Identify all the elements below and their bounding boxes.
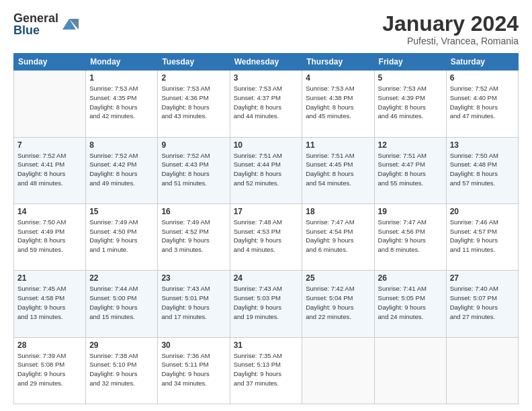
day-info: Sunrise: 7:48 AM Sunset: 4:53 PM Dayligh… — [234, 218, 299, 255]
calendar-cell: 7Sunrise: 7:52 AM Sunset: 4:41 PM Daylig… — [14, 137, 86, 203]
day-number: 19 — [378, 207, 443, 216]
day-number: 25 — [306, 273, 370, 283]
weekday-header-thursday: Thursday — [302, 54, 374, 71]
day-info: Sunrise: 7:36 AM Sunset: 5:11 PM Dayligh… — [161, 351, 226, 388]
day-info: Sunrise: 7:52 AM Sunset: 4:42 PM Dayligh… — [89, 151, 154, 188]
calendar-cell: 27Sunrise: 7:40 AM Sunset: 5:07 PM Dayli… — [446, 271, 518, 337]
calendar-cell: 13Sunrise: 7:50 AM Sunset: 4:48 PM Dayli… — [446, 137, 518, 203]
day-number: 10 — [234, 140, 299, 150]
calendar-cell: 25Sunrise: 7:42 AM Sunset: 5:04 PM Dayli… — [302, 271, 374, 337]
day-info: Sunrise: 7:53 AM Sunset: 4:38 PM Dayligh… — [306, 84, 370, 121]
calendar-cell: 15Sunrise: 7:49 AM Sunset: 4:50 PM Dayli… — [86, 203, 158, 270]
logo: General Blue — [13, 12, 79, 36]
weekday-header-friday: Friday — [374, 54, 446, 71]
day-number: 22 — [89, 273, 154, 283]
calendar-cell: 14Sunrise: 7:50 AM Sunset: 4:49 PM Dayli… — [14, 203, 86, 270]
calendar-cell — [302, 337, 374, 404]
day-number: 20 — [450, 207, 515, 216]
logo-icon — [60, 15, 79, 34]
day-number: 18 — [306, 207, 370, 216]
calendar-cell: 6Sunrise: 7:52 AM Sunset: 4:40 PM Daylig… — [446, 71, 518, 137]
day-info: Sunrise: 7:40 AM Sunset: 5:07 PM Dayligh… — [450, 284, 515, 321]
day-info: Sunrise: 7:45 AM Sunset: 4:58 PM Dayligh… — [17, 284, 82, 321]
day-number: 12 — [378, 140, 443, 150]
logo-general-text: General — [13, 12, 58, 24]
calendar-cell: 30Sunrise: 7:36 AM Sunset: 5:11 PM Dayli… — [158, 337, 230, 404]
day-info: Sunrise: 7:49 AM Sunset: 4:52 PM Dayligh… — [161, 218, 226, 255]
calendar-cell: 16Sunrise: 7:49 AM Sunset: 4:52 PM Dayli… — [158, 203, 230, 270]
calendar-cell: 19Sunrise: 7:47 AM Sunset: 4:56 PM Dayli… — [374, 203, 446, 270]
day-number: 24 — [234, 273, 299, 283]
calendar-cell: 26Sunrise: 7:41 AM Sunset: 5:05 PM Dayli… — [374, 271, 446, 337]
day-info: Sunrise: 7:53 AM Sunset: 4:35 PM Dayligh… — [89, 84, 154, 121]
calendar-cell: 24Sunrise: 7:43 AM Sunset: 5:03 PM Dayli… — [230, 271, 302, 337]
calendar-cell: 2Sunrise: 7:53 AM Sunset: 4:36 PM Daylig… — [158, 71, 230, 137]
calendar-table: SundayMondayTuesdayWednesdayThursdayFrid… — [13, 53, 519, 404]
calendar-cell: 18Sunrise: 7:47 AM Sunset: 4:54 PM Dayli… — [302, 203, 374, 270]
day-number: 21 — [17, 273, 82, 283]
title-block: January 2024 Pufesti, Vrancea, Romania — [382, 12, 519, 46]
day-info: Sunrise: 7:51 AM Sunset: 4:44 PM Dayligh… — [234, 151, 299, 188]
day-number: 13 — [450, 140, 515, 150]
day-info: Sunrise: 7:50 AM Sunset: 4:49 PM Dayligh… — [17, 218, 82, 255]
day-info: Sunrise: 7:46 AM Sunset: 4:57 PM Dayligh… — [450, 218, 515, 255]
day-number: 1 — [89, 73, 154, 83]
calendar-cell — [14, 71, 86, 137]
day-info: Sunrise: 7:43 AM Sunset: 5:03 PM Dayligh… — [234, 284, 299, 321]
calendar-cell — [446, 337, 518, 404]
calendar-cell: 1Sunrise: 7:53 AM Sunset: 4:35 PM Daylig… — [86, 71, 158, 137]
month-title: January 2024 — [382, 12, 519, 36]
day-info: Sunrise: 7:43 AM Sunset: 5:01 PM Dayligh… — [161, 284, 226, 321]
day-info: Sunrise: 7:53 AM Sunset: 4:39 PM Dayligh… — [378, 84, 443, 121]
day-info: Sunrise: 7:53 AM Sunset: 4:37 PM Dayligh… — [234, 84, 299, 121]
day-number: 7 — [17, 140, 82, 150]
day-info: Sunrise: 7:47 AM Sunset: 4:56 PM Dayligh… — [378, 218, 443, 255]
day-number: 31 — [234, 340, 299, 350]
day-number: 29 — [89, 340, 154, 350]
calendar-cell: 21Sunrise: 7:45 AM Sunset: 4:58 PM Dayli… — [14, 271, 86, 337]
day-number: 27 — [450, 273, 515, 283]
calendar-cell: 22Sunrise: 7:44 AM Sunset: 5:00 PM Dayli… — [86, 271, 158, 337]
day-info: Sunrise: 7:39 AM Sunset: 5:08 PM Dayligh… — [17, 351, 82, 388]
day-info: Sunrise: 7:52 AM Sunset: 4:43 PM Dayligh… — [161, 151, 226, 188]
calendar-cell: 4Sunrise: 7:53 AM Sunset: 4:38 PM Daylig… — [302, 71, 374, 137]
day-number: 26 — [378, 273, 443, 283]
weekday-header-sunday: Sunday — [14, 54, 86, 71]
day-number: 15 — [89, 207, 154, 216]
subtitle: Pufesti, Vrancea, Romania — [382, 36, 519, 46]
day-info: Sunrise: 7:53 AM Sunset: 4:36 PM Dayligh… — [161, 84, 226, 121]
calendar-cell: 20Sunrise: 7:46 AM Sunset: 4:57 PM Dayli… — [446, 203, 518, 270]
week-row-4: 28Sunrise: 7:39 AM Sunset: 5:08 PM Dayli… — [14, 337, 519, 404]
calendar-cell: 12Sunrise: 7:51 AM Sunset: 4:47 PM Dayli… — [374, 137, 446, 203]
calendar-cell: 10Sunrise: 7:51 AM Sunset: 4:44 PM Dayli… — [230, 137, 302, 203]
day-info: Sunrise: 7:44 AM Sunset: 5:00 PM Dayligh… — [89, 284, 154, 321]
day-number: 9 — [161, 140, 226, 150]
calendar-cell: 3Sunrise: 7:53 AM Sunset: 4:37 PM Daylig… — [230, 71, 302, 137]
header: General Blue January 2024 Pufesti, Vranc… — [13, 12, 519, 46]
day-info: Sunrise: 7:50 AM Sunset: 4:48 PM Dayligh… — [450, 151, 515, 188]
day-number: 16 — [161, 207, 226, 216]
day-number: 11 — [306, 140, 370, 150]
day-info: Sunrise: 7:47 AM Sunset: 4:54 PM Dayligh… — [306, 218, 370, 255]
day-number: 17 — [234, 207, 299, 216]
day-info: Sunrise: 7:41 AM Sunset: 5:05 PM Dayligh… — [378, 284, 443, 321]
calendar-cell: 11Sunrise: 7:51 AM Sunset: 4:45 PM Dayli… — [302, 137, 374, 203]
day-info: Sunrise: 7:38 AM Sunset: 5:10 PM Dayligh… — [89, 351, 154, 388]
day-info: Sunrise: 7:42 AM Sunset: 5:04 PM Dayligh… — [306, 284, 370, 321]
week-row-3: 21Sunrise: 7:45 AM Sunset: 4:58 PM Dayli… — [14, 271, 519, 337]
day-number: 28 — [17, 340, 82, 350]
week-row-1: 7Sunrise: 7:52 AM Sunset: 4:41 PM Daylig… — [14, 137, 519, 203]
calendar-cell: 23Sunrise: 7:43 AM Sunset: 5:01 PM Dayli… — [158, 271, 230, 337]
week-row-2: 14Sunrise: 7:50 AM Sunset: 4:49 PM Dayli… — [14, 203, 519, 270]
calendar-cell: 29Sunrise: 7:38 AM Sunset: 5:10 PM Dayli… — [86, 337, 158, 404]
calendar-cell: 28Sunrise: 7:39 AM Sunset: 5:08 PM Dayli… — [14, 337, 86, 404]
weekday-header-monday: Monday — [86, 54, 158, 71]
day-info: Sunrise: 7:49 AM Sunset: 4:50 PM Dayligh… — [89, 218, 154, 255]
calendar-cell: 17Sunrise: 7:48 AM Sunset: 4:53 PM Dayli… — [230, 203, 302, 270]
day-info: Sunrise: 7:51 AM Sunset: 4:47 PM Dayligh… — [378, 151, 443, 188]
calendar-cell: 9Sunrise: 7:52 AM Sunset: 4:43 PM Daylig… — [158, 137, 230, 203]
calendar-cell: 8Sunrise: 7:52 AM Sunset: 4:42 PM Daylig… — [86, 137, 158, 203]
weekday-header-wednesday: Wednesday — [230, 54, 302, 71]
day-number: 6 — [450, 73, 515, 83]
day-number: 14 — [17, 207, 82, 216]
